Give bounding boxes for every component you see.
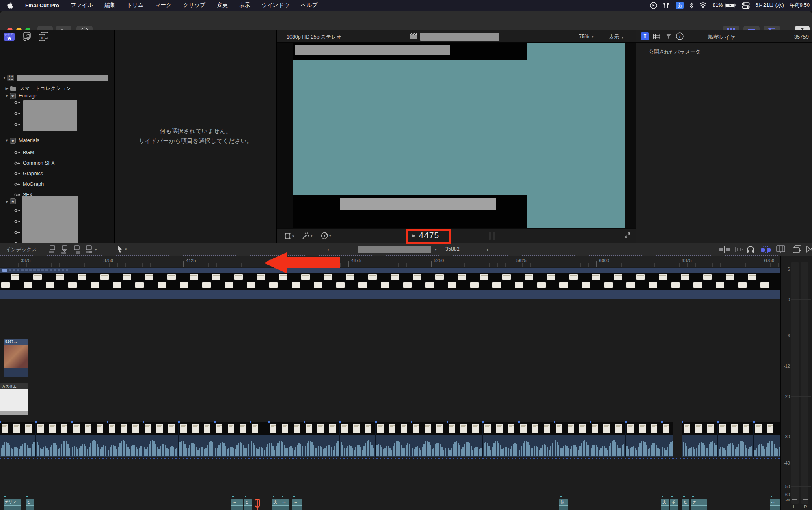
storyline-clip[interactable] — [718, 422, 754, 457]
sidebar-item-Graphics[interactable]: Graphics — [0, 170, 115, 177]
library-tab-icon[interactable] — [4, 33, 15, 41]
solo-icon[interactable] — [746, 245, 755, 253]
storyline-clip[interactable] — [376, 422, 411, 457]
info-inspector-icon[interactable]: i — [676, 32, 684, 40]
audio-clip-決[interactable]: 決 — [559, 499, 568, 510]
menu-クリップ[interactable]: クリップ — [177, 0, 211, 11]
snapping-icon[interactable] — [760, 246, 771, 253]
audio-clip-決[interactable]: 決 — [272, 499, 281, 510]
storyline-clip[interactable] — [304, 422, 340, 457]
storyline-clip[interactable] — [179, 422, 214, 457]
storyline-clip[interactable] — [71, 422, 107, 457]
storyline-clip[interactable] — [518, 422, 554, 457]
wifi-icon[interactable] — [699, 2, 707, 8]
menu-マーク[interactable]: マーク — [149, 0, 177, 11]
clip-appearance-icon[interactable] — [776, 245, 785, 253]
storyline-clip[interactable] — [483, 422, 518, 457]
audio-clip-ヒ[interactable]: ヒ — [244, 499, 252, 510]
base-compound-clip[interactable] — [0, 268, 780, 299]
storyline-clip[interactable] — [754, 422, 780, 457]
audio-clip-ポ[interactable]: ポ — [670, 499, 678, 510]
fullscreen-icon[interactable] — [624, 232, 631, 238]
storyline-clip[interactable] — [36, 422, 71, 457]
titles-generators-tab-icon[interactable]: T — [39, 32, 48, 41]
app-menu[interactable]: Final Cut Pro — [19, 0, 65, 11]
storyline-clip[interactable] — [590, 422, 626, 457]
audio-skimming-icon[interactable] — [733, 246, 743, 253]
previous-project-button[interactable]: ‹ — [327, 246, 329, 253]
control-center-icon[interactable] — [742, 2, 750, 9]
menu-ウインドウ[interactable]: ウインドウ — [256, 0, 295, 11]
sidebar-item-Materials[interactable]: ▼★Materials — [0, 137, 115, 144]
timeline-ruler[interactable]: 3375375041254500487552505625600063756750 — [0, 256, 780, 267]
viewer-zoom-menu[interactable]: 75%▾ — [579, 34, 594, 39]
now-playing-icon[interactable] — [650, 2, 657, 9]
menu-bar-time[interactable]: 午前9:50 — [790, 2, 810, 9]
color-correction-button[interactable]: ▾ — [321, 232, 331, 239]
disclosure-icon[interactable]: ▼ — [4, 200, 10, 204]
funnel-icon[interactable] — [664, 32, 673, 40]
next-project-button[interactable]: › — [486, 246, 488, 253]
audio-clip-…[interactable]: … — [231, 499, 243, 510]
airpods-icon[interactable] — [663, 2, 670, 9]
apple-menu[interactable] — [0, 0, 19, 11]
audio-clip-…[interactable]: … — [770, 499, 780, 510]
sidebar-item-BGM[interactable]: BGM — [0, 149, 115, 156]
storyline-clip[interactable] — [447, 422, 483, 457]
menu-ファイル[interactable]: ファイル — [65, 0, 99, 11]
project-dropdown-chevron[interactable]: ▾ — [435, 247, 437, 252]
audio-clip-決[interactable]: 決 — [661, 499, 669, 510]
tool-palette-button[interactable]: ▾ — [117, 245, 127, 253]
sidebar-item-library[interactable]: ▼★★★★ — [0, 74, 115, 82]
ime-input-badge[interactable]: あ — [676, 2, 684, 9]
insert-edit-button[interactable] — [60, 245, 69, 254]
audio-clip-ヒ[interactable]: ヒ — [26, 499, 34, 510]
append-edit-button[interactable] — [72, 245, 81, 254]
effects-browser-icon[interactable] — [793, 245, 801, 253]
enhancements-wand-button[interactable]: ▾ — [302, 232, 313, 239]
storyline-clip[interactable] — [661, 422, 673, 457]
audio-clip-ヒ[interactable]: ヒ — [682, 499, 689, 510]
storyline-clip[interactable] — [268, 422, 304, 457]
disclosure-icon[interactable]: ▶ — [4, 86, 10, 90]
disclosure-icon[interactable]: ▼ — [2, 76, 7, 80]
menu-bar-date[interactable]: 6月21日 (水) — [756, 2, 784, 9]
storyline-clip[interactable] — [411, 422, 447, 457]
title-inspector-icon[interactable]: T — [641, 32, 649, 40]
transform-tool-button[interactable]: ▾ — [284, 232, 294, 239]
audio-clip-チ…[interactable]: チ… — [691, 499, 707, 510]
timeline-project-name-redacted[interactable] — [358, 246, 431, 253]
sidebar-item-MoGraph[interactable]: MoGraph — [0, 181, 115, 188]
storyline-clip[interactable] — [340, 422, 376, 457]
index-button[interactable]: インデックス — [6, 246, 37, 253]
connected-title-clip-custom[interactable]: カスタム — [0, 383, 28, 415]
menu-編集[interactable]: 編集 — [99, 0, 121, 11]
storyline-clip[interactable] — [143, 422, 179, 457]
overwrite-edit-button[interactable]: ▾ — [84, 245, 97, 254]
trim-feedback-icon[interactable] — [719, 246, 730, 253]
playhead-handle[interactable] — [255, 499, 260, 508]
transitions-browser-icon[interactable] — [806, 245, 812, 253]
storyline-clip[interactable] — [214, 422, 250, 457]
menu-トリム[interactable]: トリム — [121, 0, 149, 11]
storyline-clip[interactable] — [554, 422, 590, 457]
photos-audio-tab-icon[interactable] — [21, 32, 31, 41]
sidebar-item-Common SFX[interactable]: Common SFX — [0, 159, 115, 167]
bluetooth-icon[interactable] — [689, 2, 693, 9]
menu-ヘルプ[interactable]: ヘルプ — [295, 0, 323, 11]
audio-clip-…[interactable]: … — [292, 499, 302, 510]
menu-表示[interactable]: 表示 — [233, 0, 256, 11]
storyline-clip[interactable] — [682, 422, 718, 457]
storyline-clip[interactable] — [250, 422, 268, 457]
disclosure-icon[interactable]: ▼ — [4, 138, 10, 142]
storyline-clip[interactable] — [107, 422, 143, 457]
battery-status[interactable]: 81% — [713, 2, 736, 8]
disclosure-icon[interactable]: ▼ — [4, 94, 10, 98]
menu-変更[interactable]: 変更 — [211, 0, 233, 11]
sidebar-item-スマートコレクション[interactable]: ▶スマートコレクション — [0, 85, 115, 92]
sidebar-item-Footage[interactable]: ▼★Footage — [0, 92, 115, 99]
connected-clip-5167[interactable]: 5167… — [4, 339, 28, 377]
video-inspector-icon[interactable] — [652, 32, 661, 40]
audio-clip-チリン[interactable]: チリン — [4, 499, 21, 510]
connect-edit-button[interactable] — [48, 245, 57, 254]
